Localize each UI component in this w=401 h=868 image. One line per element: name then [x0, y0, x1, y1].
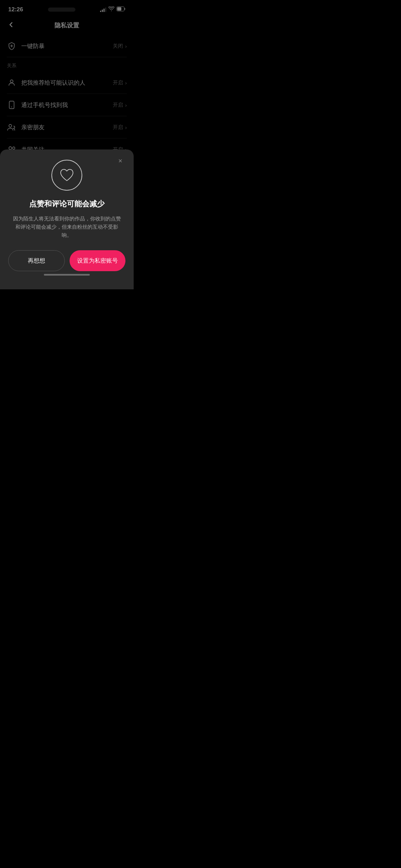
home-indicator	[44, 274, 90, 276]
bottom-sheet: × 点赞和评论可能会减少 因为陌生人将无法看到你的作品，你收到的点赞和评论可能会…	[0, 149, 134, 289]
cancel-button[interactable]: 再想想	[8, 250, 65, 271]
sheet-buttons: 再想想 设置为私密账号	[8, 250, 125, 271]
heart-icon	[59, 168, 74, 182]
sheet-title: 点赞和评论可能会减少	[8, 199, 125, 209]
confirm-button[interactable]: 设置为私密账号	[70, 250, 125, 271]
heart-icon-circle	[51, 160, 82, 191]
close-button[interactable]: ×	[115, 156, 125, 166]
sheet-description: 因为陌生人将无法看到你的作品，你收到的点赞和评论可能会减少，但来自粉丝的互动不受…	[8, 215, 125, 239]
